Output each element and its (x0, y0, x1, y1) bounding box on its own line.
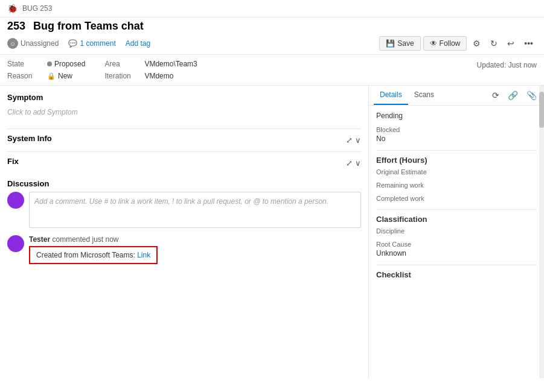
root-cause-value[interactable]: Unknown (376, 249, 537, 258)
remaining-work-field: Remaining work (376, 182, 537, 189)
original-estimate-label: Original Estimate (376, 168, 537, 175)
comment-author: Tester (29, 235, 50, 244)
toolbar: 💾 Save 👁 Follow ⚙ ↻ ↩ ••• (379, 36, 537, 51)
discussion-section: Discussion Add a comment. Use # to link … (7, 179, 361, 264)
symptom-input[interactable]: Click to add Symptom (7, 106, 361, 119)
discussion-title: Discussion (7, 179, 361, 188)
root-cause-field: Root Cause Unknown (376, 241, 537, 258)
reason-label: Reason (7, 72, 43, 80)
remaining-work-label: Remaining work (376, 182, 537, 189)
save-icon: 💾 (386, 39, 395, 48)
completed-work-label: Completed work (376, 195, 537, 202)
tab-icons: ⟳ 🔗 📎 (490, 88, 539, 103)
attachment-icon[interactable]: 📎 (524, 88, 539, 103)
meta-row: ☺ Unassigned 💬 1 comment Add tag 💾 Save … (7, 36, 537, 51)
save-button[interactable]: 💾 Save (379, 36, 420, 51)
main-layout: Symptom Click to add Symptom System Info… (0, 86, 544, 378)
iteration-value[interactable]: VMdemo (144, 72, 173, 80)
left-panel: Symptom Click to add Symptom System Info… (0, 86, 369, 378)
fix-title: Fix (7, 157, 19, 166)
lock-icon: 🔒 (47, 72, 56, 80)
current-user-avatar (7, 192, 24, 209)
work-item-title: 253 Bug from Teams chat (7, 20, 537, 33)
right-content: Pending Blocked No Effort (Hours) Origin… (369, 106, 544, 289)
tabs-bar: Details Scans ⟳ 🔗 📎 (369, 86, 544, 106)
comment-content: Tester commented just now Created from M… (29, 235, 361, 264)
comment-body: Created from Microsoft Teams: Link (29, 246, 158, 264)
fix-section[interactable]: Fix ⤢ ∨ (7, 151, 361, 174)
comment-input-area: Add a comment. Use # to link a work item… (7, 192, 361, 228)
iteration-field: Iteration VMdemo (104, 72, 197, 80)
classification-section-title: Classification (376, 209, 537, 224)
tab-details[interactable]: Details (374, 86, 408, 105)
state-value-text: Proposed (54, 60, 85, 68)
top-bar-left: 🐞 BUG 253 (7, 4, 52, 13)
root-cause-label: Root Cause (376, 241, 537, 248)
eye-icon: 👁 (430, 39, 437, 48)
blocked-label: Blocked (376, 126, 537, 133)
symptom-title: Symptom (7, 93, 361, 102)
comment-body-text: Created from Microsoft Teams: (36, 251, 137, 259)
state-value[interactable]: Proposed (47, 60, 85, 68)
follow-button[interactable]: 👁 Follow (423, 36, 467, 51)
title-row: 253 Bug from Teams chat ☺ Unassigned 💬 1… (0, 17, 544, 55)
symptom-section: Symptom Click to add Symptom (7, 93, 361, 119)
discipline-label: Discipline (376, 227, 537, 235)
effort-section-title: Effort (Hours) (376, 150, 537, 165)
reason-value[interactable]: 🔒 New (47, 72, 72, 80)
bug-icon: 🐞 (7, 4, 18, 13)
state-field: State Proposed (7, 60, 85, 68)
settings-button[interactable]: ⚙ (469, 36, 484, 51)
chevron-down-icon: ∨ (355, 136, 361, 145)
checklist-section-title: Checklist (376, 265, 537, 279)
blocked-field: Blocked No (376, 126, 537, 143)
area-group: Area VMdemo\Team3 Iteration VMdemo (104, 60, 197, 80)
blocked-value[interactable]: No (376, 134, 537, 143)
fix-expand-icons: ⤢ ∨ (346, 159, 361, 168)
refresh-button[interactable]: ↻ (487, 36, 501, 51)
area-value[interactable]: VMdemo\Team3 (144, 60, 197, 68)
link-icon[interactable]: 🔗 (505, 88, 520, 103)
comment-count: 1 comment (80, 39, 115, 48)
expand-icon: ⤢ (346, 136, 353, 145)
area-field: Area VMdemo\Team3 (104, 60, 197, 68)
state-group: State Proposed Reason 🔒 New (7, 60, 85, 80)
reason-value-text: New (58, 72, 72, 80)
add-tag-button[interactable]: Add tag (126, 39, 150, 48)
system-info-expand-icons: ⤢ ∨ (346, 136, 361, 145)
assignee-field: ☺ Unassigned (7, 38, 59, 49)
comment-time: commented just now (52, 235, 118, 244)
reason-field: Reason 🔒 New (7, 72, 85, 80)
follow-label: Follow (440, 39, 461, 48)
iteration-label: Iteration (104, 72, 141, 80)
system-info-title: System Info (7, 134, 52, 143)
discipline-field: Discipline (376, 227, 537, 235)
state-label: State (7, 60, 43, 68)
assignee-avatar: ☺ (7, 38, 18, 49)
commenter-avatar (7, 235, 24, 252)
pending-field: Pending (376, 112, 537, 120)
bug-tag-label: BUG 253 (22, 4, 52, 13)
fix-expand-icon: ⤢ (346, 159, 353, 168)
scrollbar[interactable] (539, 86, 544, 378)
comment-item: Tester commented just now Created from M… (7, 235, 361, 264)
comment-input[interactable]: Add a comment. Use # to link a work item… (29, 192, 361, 228)
assignee-text: Unassigned (21, 39, 59, 48)
system-info-section[interactable]: System Info ⤢ ∨ (7, 128, 361, 151)
comment-link[interactable]: 💬 1 comment (68, 39, 115, 48)
area-label: Area (104, 60, 141, 68)
right-panel: Details Scans ⟳ 🔗 📎 Pending Blocked No E… (369, 86, 544, 378)
item-number: 253 (7, 20, 25, 32)
comment-icon: 💬 (68, 39, 77, 48)
save-label: Save (397, 39, 414, 48)
history-icon[interactable]: ⟳ (490, 88, 502, 103)
comment-header: Tester commented just now (29, 235, 361, 244)
item-title-text: Bug from Teams chat (33, 20, 144, 32)
undo-button[interactable]: ↩ (504, 36, 518, 51)
updated-text: Updated: Just now (477, 60, 537, 69)
more-options-button[interactable]: ••• (520, 36, 537, 51)
fix-chevron-down-icon: ∨ (355, 159, 361, 168)
comment-teams-link[interactable]: Link (137, 251, 150, 259)
fields-row: State Proposed Reason 🔒 New Area VMdemo\… (0, 55, 544, 86)
tab-scans[interactable]: Scans (408, 86, 440, 105)
